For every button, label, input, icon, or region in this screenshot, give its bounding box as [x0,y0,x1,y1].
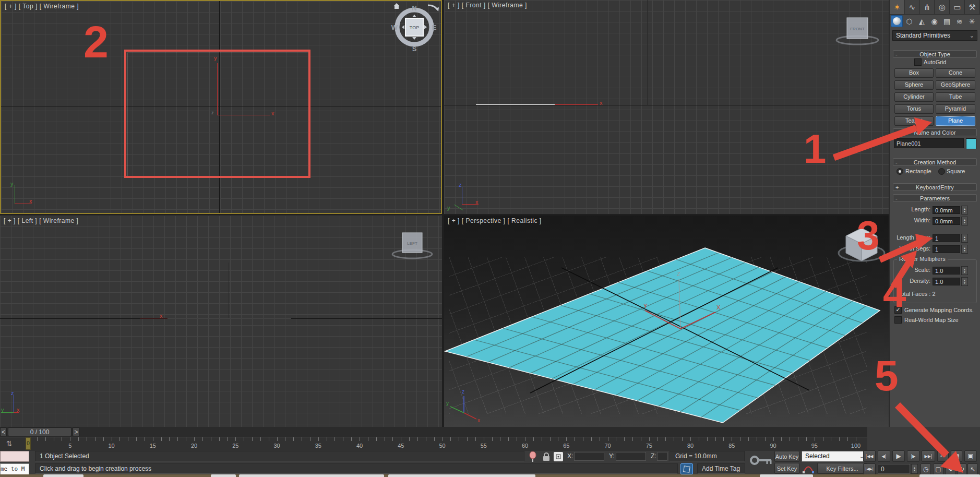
viewport-menu-plus[interactable]: [ + ] [5,3,17,10]
selection-filter-dropdown[interactable]: Selected ⌄ [802,451,867,462]
systems-icon[interactable]: ✳ [966,15,978,27]
viewport-left[interactable]: [ + ][ Left ][ Wireframe ] x z y x LEFT [0,216,442,427]
maximize-viewport-toggle[interactable]: ↖ [967,463,978,475]
key-mode-toggle[interactable]: |◀▶| [863,463,876,475]
viewcube-top[interactable]: TOP N E S W [388,1,440,53]
current-frame-field[interactable]: 0 [878,464,910,474]
generate-mapping-coords-checkbox[interactable]: ✓ [894,306,902,314]
x-coordinate-field[interactable] [574,452,604,461]
viewport-menu-plus[interactable]: [ + ] [448,217,460,224]
maxscript-listener-pink[interactable] [0,451,29,462]
helpers-icon[interactable]: ▤ [941,15,953,27]
time-slider-handle[interactable]: 0 / 100 [8,427,71,436]
viewport-menu-plus[interactable]: [ + ] [448,2,460,9]
object-type-teapot-button[interactable]: Teapot [894,116,934,126]
expand-icon[interactable]: + [895,184,899,191]
object-name-input[interactable] [894,138,964,148]
width-segs-spinner[interactable]: ▲▼ [961,245,968,254]
viewport-shading-menu[interactable]: [ Wireframe ] [488,2,527,9]
grid-setting-display[interactable]: Grid = 10.0mm [670,451,745,461]
length-segs-spinner[interactable]: ▲▼ [961,234,968,243]
collapse-icon[interactable]: - [895,51,898,58]
y-coordinate-field[interactable] [616,452,646,461]
viewcube-front[interactable]: FRONT [834,11,885,47]
length-segs-field[interactable]: 1 [933,234,960,242]
set-key-button[interactable]: Set Key [774,463,799,474]
lights-icon[interactable]: ◭ [916,15,928,27]
selection-lock-icon[interactable] [542,452,551,462]
viewport-shading-menu[interactable]: [ Wireframe ] [39,217,78,224]
render-scale-spinner[interactable]: ▲▼ [961,266,968,275]
object-type-cone-button[interactable]: Cone [936,68,975,78]
go-to-end-button[interactable]: ▶▶| [922,450,935,462]
viewport-perspective[interactable]: Y X Z z y x [ + ][ Perspective ][ Realis… [444,216,889,427]
space-warps-icon[interactable]: ≋ [953,15,965,27]
real-world-map-sizecheckbox[interactable] [894,316,902,324]
viewport-name-menu[interactable]: [ Perspective ] [462,217,506,224]
viewport-name-menu[interactable]: [ Left ] [18,217,37,224]
geometry-icon[interactable] [891,15,903,27]
play-button[interactable]: ▶ [892,450,905,462]
viewport-layout-icon[interactable]: ▣ [964,450,977,462]
rollout-object-type[interactable]: - Object Type [893,50,977,58]
cameras-icon[interactable]: ◉ [928,15,940,27]
object-type-plane-button[interactable]: Plane [936,116,975,126]
frame-spinner[interactable]: ▲▼ [911,464,918,474]
radio-rectangle[interactable] [897,168,903,175]
track-bar[interactable]: ⇅ 05101520253035404550556065707580859095… [0,437,867,451]
auto-key-button[interactable]: Auto Key [774,451,799,462]
time-configuration-icon[interactable]: ◷ [921,463,931,475]
create-tab[interactable]: ✶ [890,0,905,14]
time-slider-prev[interactable]: < [0,427,7,436]
object-type-sphere-button[interactable]: Sphere [894,80,934,90]
modify-tab[interactable]: ∿ [905,0,920,14]
render-density-field[interactable]: 1.0 [933,278,960,285]
rollout-name-and-color[interactable]: Name and Color [893,128,977,136]
viewport-name-menu[interactable]: [ Front ] [462,2,486,9]
viewport-top[interactable]: [ + ][ Top ][ Wireframe ] y x z y x TOP … [0,0,442,214]
keyboard-override-key-icon[interactable] [749,454,773,468]
collapse-icon[interactable]: - [895,159,898,166]
render-density-spinner[interactable]: ▲▼ [961,277,968,286]
object-type-geosphere-button[interactable]: GeoSphere [936,80,975,90]
previous-frame-button[interactable]: ◀| [878,450,890,462]
rollout-parameters[interactable]: - Parameters [893,194,977,202]
mini-track-bar-icon[interactable]: ⇅ [6,439,13,448]
selection-region-icon[interactable]: ▢ [933,463,943,475]
time-slider-track[interactable] [0,427,867,437]
viewport-front[interactable]: [ + ][ Front ][ Wireframe ] x z x y FRON… [444,0,889,214]
time-slider-next[interactable]: > [73,427,80,436]
orbit-icon[interactable]: ↻ [957,463,966,475]
length-spinner[interactable]: ▲▼ [961,206,968,214]
object-color-swatch[interactable] [966,138,976,149]
rollout-creation-method[interactable]: - Creation Method [893,158,977,166]
viewport-shading-menu[interactable]: [ Wireframe ] [40,3,79,10]
compass-w[interactable]: W [391,23,398,31]
zoom-region-icon[interactable]: ⌕± [937,450,949,462]
go-to-start-button[interactable]: |◀◀ [863,450,876,462]
hierarchy-tab[interactable]: ⋔ [920,0,935,14]
collapse-icon[interactable]: - [895,195,898,202]
key-filters-button[interactable]: Key Filters... [817,463,867,474]
autogrid-checkbox[interactable] [914,58,922,66]
time-tag-icon[interactable] [680,463,693,474]
display-tab[interactable]: ▭ [950,0,965,14]
render-scale-field[interactable]: 1.0 [933,267,960,275]
object-type-box-button[interactable]: Box [894,68,934,78]
default-in-out-tangent-icon[interactable] [803,464,816,474]
isolate-selection-pin-icon[interactable] [528,451,537,462]
utilities-tab[interactable]: ⚒ [965,0,980,14]
width-spinner[interactable]: ▲▼ [961,217,968,225]
viewcube-left[interactable]: LEFT [390,226,440,261]
maxscript-listener-white[interactable]: me to M [0,463,29,475]
plane-object[interactable] [445,248,880,423]
width-segs-field[interactable]: 1 [933,245,960,253]
plane-edge-line[interactable] [476,104,555,105]
shapes-icon[interactable]: ⬡ [903,15,915,27]
current-frame-marker[interactable]: 0 [26,437,31,450]
pan-layout-icon[interactable]: ▦ [951,450,962,462]
viewport-name-menu[interactable]: [ Top ] [19,3,38,10]
width-field[interactable]: 0.0mm [933,217,960,225]
plane-edge-line[interactable] [168,318,291,318]
object-type-torus-button[interactable]: Torus [894,104,934,114]
